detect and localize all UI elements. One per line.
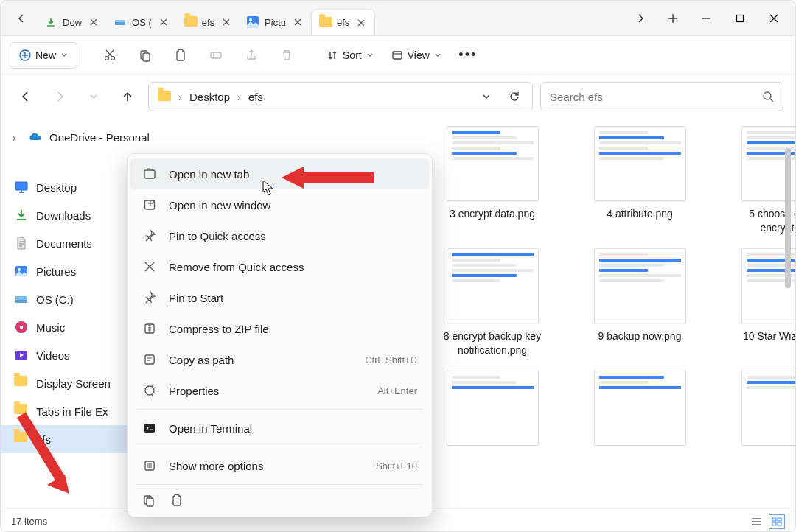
tab-os-drive[interactable]: OS (: [107, 9, 177, 35]
recent-chevron-icon[interactable]: [80, 83, 107, 110]
unpin-icon: [142, 259, 157, 274]
svg-point-22: [20, 326, 23, 329]
copypath-icon: [142, 352, 157, 367]
videos-icon: [14, 348, 29, 363]
ctx-pin-start[interactable]: Pin to Start: [130, 282, 429, 313]
pictures-icon: [14, 264, 29, 279]
paste-button[interactable]: [164, 42, 197, 69]
more-button[interactable]: •••: [452, 42, 484, 69]
svg-rect-36: [147, 498, 153, 506]
svg-rect-38: [175, 495, 179, 497]
newtab-icon: [142, 167, 157, 181]
ctx-compress[interactable]: Compress to ZIP file: [130, 313, 429, 344]
ctx-properties[interactable]: Properties Alt+Enter: [130, 375, 429, 406]
forward-button[interactable]: [46, 83, 73, 110]
tab-efs-active[interactable]: efs: [311, 9, 375, 35]
thumbnail: [594, 248, 686, 323]
close-icon[interactable]: [355, 17, 367, 29]
file-item[interactable]: [577, 371, 702, 446]
cut-button[interactable]: [94, 42, 126, 69]
pictures-icon: [247, 16, 259, 28]
close-icon[interactable]: [292, 16, 304, 28]
tab-bar: Dow OS ( efs Pictu efs: [1, 1, 795, 36]
sidebar-item-onedrive[interactable]: › OneDrive - Personal: [1, 123, 164, 151]
ctx-open-terminal[interactable]: Open in Terminal: [130, 413, 429, 444]
file-item[interactable]: 8 encrypt backup key notification.png: [430, 248, 555, 357]
file-item[interactable]: 4 attribute.png: [577, 126, 702, 235]
copy-button[interactable]: [129, 42, 161, 69]
svg-rect-15: [15, 182, 27, 190]
file-item[interactable]: [725, 371, 795, 446]
search-icon: [762, 91, 774, 102]
paste-icon[interactable]: [170, 494, 184, 509]
breadcrumb-desktop[interactable]: Desktop: [189, 91, 230, 103]
separator: [136, 409, 423, 410]
file-item[interactable]: 9 backup now.png: [577, 248, 702, 357]
ctx-label: Open in new tab: [169, 168, 249, 181]
delete-button[interactable]: [270, 42, 303, 69]
ctx-label: Remove from Quick access: [169, 261, 304, 273]
close-button[interactable]: [757, 4, 791, 33]
ctx-label: Properties: [169, 385, 219, 397]
file-name: 10 Star Wizard.png: [743, 329, 795, 343]
file-name: 9 backup now.png: [598, 329, 682, 343]
new-button[interactable]: New: [10, 42, 77, 69]
search-input[interactable]: [550, 91, 755, 103]
tab-history-forward[interactable]: [624, 7, 657, 30]
chevron-right-icon: ›: [237, 91, 241, 103]
ctx-open-new-window[interactable]: Open in new window: [130, 189, 429, 220]
svg-rect-12: [211, 52, 221, 58]
close-icon[interactable]: [88, 16, 100, 28]
ctx-shortcut: Shift+F10: [376, 461, 417, 472]
details-view-button[interactable]: [748, 514, 764, 529]
sidebar-item-label: Display Screen: [36, 377, 111, 390]
ctx-label: Compress to ZIP file: [169, 323, 269, 335]
ctx-show-more[interactable]: Show more options Shift+F10: [130, 450, 429, 481]
maximize-button[interactable]: [723, 4, 757, 33]
properties-icon: [142, 383, 157, 398]
refresh-button[interactable]: [503, 85, 526, 108]
sidebar-item-label: Downloads: [36, 209, 91, 222]
file-item[interactable]: 3 encrypt data.png: [430, 126, 555, 235]
scrollbar[interactable]: [785, 148, 791, 288]
ctx-pin-quick[interactable]: Pin to Quick access: [130, 220, 429, 251]
ctx-copy-path[interactable]: Copy as path Ctrl+Shift+C: [130, 344, 429, 375]
rename-button[interactable]: [200, 42, 232, 69]
download-icon: [14, 208, 29, 223]
sidebar-item-label: Videos: [36, 349, 70, 362]
svg-rect-25: [778, 518, 781, 521]
sort-button[interactable]: Sort: [319, 42, 381, 69]
tab-pictures[interactable]: Pictu: [240, 9, 311, 35]
svg-rect-13: [393, 52, 402, 59]
copy-icon[interactable]: [142, 494, 156, 509]
file-item[interactable]: [430, 371, 555, 446]
svg-point-32: [145, 386, 154, 395]
tab-history-back[interactable]: [5, 7, 38, 30]
view-button[interactable]: View: [384, 42, 449, 69]
svg-point-3: [249, 18, 252, 21]
share-button[interactable]: [235, 42, 268, 69]
ctx-open-new-tab[interactable]: Open in new tab: [130, 158, 429, 189]
tab-downloads[interactable]: Dow: [38, 9, 107, 35]
close-icon[interactable]: [220, 16, 232, 28]
new-tab-button[interactable]: [657, 7, 689, 30]
chevron-right-icon[interactable]: ›: [8, 131, 20, 144]
breadcrumb-efs[interactable]: efs: [248, 91, 263, 103]
sidebar-item-label: Music: [36, 321, 65, 334]
ctx-remove-quick[interactable]: Remove from Quick access: [130, 251, 429, 282]
up-button[interactable]: [114, 83, 141, 110]
address-dropdown-button[interactable]: [475, 85, 498, 108]
tab-efs-1[interactable]: efs: [177, 9, 240, 35]
folder-icon: [184, 16, 196, 28]
icons-view-button[interactable]: [769, 514, 785, 529]
sidebar-item-label: efs: [36, 433, 51, 446]
search-box[interactable]: [540, 82, 783, 111]
svg-point-18: [18, 268, 21, 271]
thumbnail: [447, 248, 539, 323]
close-icon[interactable]: [158, 16, 170, 28]
address-bar[interactable]: › Desktop › efs: [148, 82, 533, 111]
minimize-button[interactable]: [689, 4, 723, 33]
desktop-icon: [14, 180, 29, 195]
separator: [136, 447, 423, 447]
back-button[interactable]: [13, 83, 39, 110]
